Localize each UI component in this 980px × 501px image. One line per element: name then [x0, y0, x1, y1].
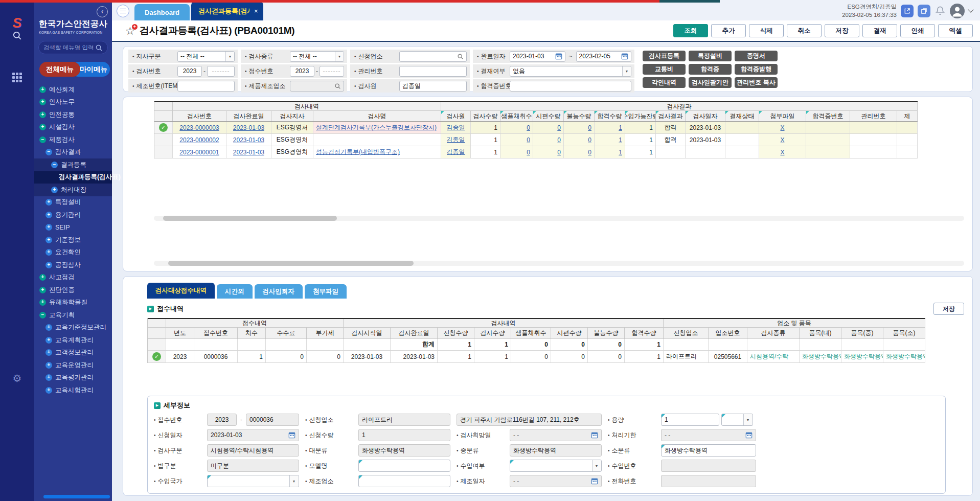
cell-link[interactable]: 김종일: [447, 135, 465, 144]
detail-unit-select-용량[interactable]: ▼: [721, 414, 753, 426]
filter-search-제품제조업소[interactable]: [290, 81, 344, 92]
expand-plus-icon[interactable]: +: [45, 362, 52, 369]
bottom-tab-2[interactable]: 검사입회자: [255, 284, 303, 299]
detail-date-처리기한[interactable]: - -: [661, 429, 756, 441]
filter-select-결재여부[interactable]: 없음▼: [510, 66, 631, 77]
date-from[interactable]: 2023-01-03: [510, 51, 565, 62]
quick-button-관리번호 복사[interactable]: 관리번호 복사: [735, 77, 778, 88]
sidebar-item-15[interactable]: +사고점검: [34, 271, 112, 284]
tab-0[interactable]: Dashboard: [134, 4, 190, 20]
filter-serial-접수번호[interactable]: -------: [320, 66, 344, 77]
rail-menu-grid-icon[interactable]: [0, 73, 34, 82]
sidebar-item-21[interactable]: +고객정보관리: [34, 347, 112, 359]
detail-field-검사구분[interactable]: 시험용역/수탁시험용역: [207, 444, 299, 457]
sidebar-item-24[interactable]: +교육시험관리: [34, 384, 112, 397]
filter-select-지사구분[interactable]: -- 전체 --▼: [177, 51, 235, 62]
sidebar-item-17[interactable]: +유해화학물질: [34, 297, 112, 309]
table-row-1[interactable]: 2023-00000022023-01-03ESG경영처김종일100011합격2…: [154, 134, 918, 146]
detail-field-대분류[interactable]: 화생방수탁용역: [358, 444, 450, 457]
cell-link[interactable]: 2023-01-03: [233, 124, 264, 131]
action-button-삭제[interactable]: 삭제: [749, 24, 784, 37]
col-header-불능수량[interactable]: 불능수량: [564, 111, 595, 121]
collapse-minus-icon[interactable]: −: [39, 312, 46, 318]
collapse-minus-icon[interactable]: −: [45, 149, 52, 155]
quick-button-각인내역[interactable]: 각인내역: [643, 77, 686, 88]
cell-link[interactable]: 0: [557, 124, 561, 131]
sidebar-item-10[interactable]: +용기관리: [34, 209, 112, 221]
detail-field-신청업소[interactable]: 라이프트리: [358, 414, 450, 426]
cell-link[interactable]: 0: [527, 124, 530, 131]
quick-button-교통비[interactable]: 교통비: [643, 64, 686, 75]
action-button-추가[interactable]: 추가: [711, 24, 746, 37]
menu-search-icon[interactable]: [95, 44, 103, 52]
sidebar-item-4[interactable]: −제품검사: [34, 133, 112, 146]
filter-input-제조번호(ITEM)[interactable]: [177, 81, 235, 92]
detail-select-수입국가[interactable]: ▼: [207, 475, 299, 487]
sidebar-item-0[interactable]: +예산회계: [34, 83, 112, 96]
cell-link[interactable]: 0: [527, 149, 530, 156]
cell-link[interactable]: 2023-0000001: [179, 149, 219, 156]
sidebar-item-1[interactable]: +인사노무: [34, 96, 112, 109]
sidebar-item-22[interactable]: +교육운영관리: [34, 359, 112, 372]
calendar-icon[interactable]: [621, 53, 628, 60]
action-button-취소[interactable]: 취소: [787, 24, 822, 37]
row-select-cell[interactable]: [148, 338, 166, 350]
cell-link[interactable]: 2023-0000002: [179, 136, 219, 144]
col-header-합격수량[interactable]: 합격수량: [595, 111, 625, 121]
detail-field-전화번호[interactable]: [661, 475, 756, 487]
sidebar-collapse-button[interactable]: ‹: [97, 6, 108, 17]
expand-plus-icon[interactable]: +: [45, 374, 52, 381]
chevron-down-icon[interactable]: ▼: [335, 52, 344, 61]
sidebar-item-14[interactable]: +공장심사: [34, 259, 112, 271]
grid-outer-hscroll-thumb[interactable]: [168, 261, 414, 266]
cell-link[interactable]: 2023-01-03: [233, 136, 264, 144]
hamburger-menu-icon[interactable]: [117, 5, 129, 17]
detail-date-신청일자[interactable]: 2023-01-03: [207, 429, 299, 441]
filter-select-검사종류[interactable]: -- 전체 --▼: [290, 51, 344, 62]
detail-field-수입번호[interactable]: [661, 460, 756, 472]
chevron-down-icon[interactable]: ▼: [225, 52, 234, 61]
cell-link[interactable]: 1: [619, 136, 622, 144]
chevron-down-icon[interactable]: ▼: [743, 414, 752, 425]
cell-link[interactable]: X: [780, 149, 784, 156]
search-icon[interactable]: [334, 83, 341, 89]
chevron-down-icon[interactable]: ▼: [289, 475, 298, 487]
expand-plus-icon[interactable]: +: [39, 274, 46, 281]
cell-link[interactable]: 2023-0000003: [179, 124, 219, 131]
expand-plus-icon[interactable]: +: [39, 111, 46, 118]
detail-date-검사희망일[interactable]: - -: [510, 429, 602, 441]
calendar-icon[interactable]: [591, 431, 598, 439]
search-icon[interactable]: [457, 53, 464, 60]
col-header-첨부파일[interactable]: 첨부파일: [759, 111, 806, 121]
cell-link[interactable]: X: [780, 124, 784, 131]
table-row-0[interactable]: ✓2023-00000032023-01-03ESG경영처설계단계검사기록부(가…: [154, 122, 918, 134]
cell-link[interactable]: 김종일: [447, 123, 465, 132]
collapse-minus-icon[interactable]: −: [51, 162, 58, 168]
sidebar-item-20[interactable]: +교육계획관리: [34, 334, 112, 347]
avatar[interactable]: [950, 4, 965, 18]
cell-link[interactable]: 김종일: [447, 148, 465, 156]
filter-year-접수번호[interactable]: 2023: [290, 66, 314, 77]
bottom-tab-1[interactable]: 시간외: [217, 284, 253, 299]
action-button-저장[interactable]: 저장: [825, 24, 859, 37]
sidebar-item-6[interactable]: −결과등록: [34, 158, 112, 171]
col-header-시편수량[interactable]: 시편수량: [533, 111, 564, 121]
cell-link[interactable]: 0: [588, 124, 591, 131]
col-header-수입가능잔량[interactable]: 수입가능잔량: [625, 111, 656, 121]
detail-field-소분류[interactable]: 화생방수탁용역: [661, 444, 756, 457]
rail-settings-icon[interactable]: ⚙: [0, 372, 34, 384]
quick-button-합격증[interactable]: 합격증: [689, 64, 732, 75]
action-button-조회[interactable]: 조회: [673, 24, 708, 37]
cell-link[interactable]: 성능검정기록부(내압방폭구조): [316, 148, 400, 156]
expand-plus-icon[interactable]: +: [45, 349, 52, 356]
calendar-icon[interactable]: [591, 477, 598, 485]
row-select-cell[interactable]: ✓: [148, 351, 166, 362]
chevron-down-icon[interactable]: ▼: [592, 460, 601, 471]
grid-outer-hscrollbar[interactable]: [154, 261, 964, 266]
quick-button-증명서[interactable]: 증명서: [735, 51, 778, 61]
detail-field-법구분[interactable]: 미구분: [207, 460, 299, 472]
expand-plus-icon[interactable]: +: [45, 337, 52, 344]
row-select-cell[interactable]: [154, 146, 173, 158]
detail-field-접수번호-year[interactable]: 2023: [207, 414, 237, 426]
sidebar-item-16[interactable]: +진단인증: [34, 284, 112, 297]
